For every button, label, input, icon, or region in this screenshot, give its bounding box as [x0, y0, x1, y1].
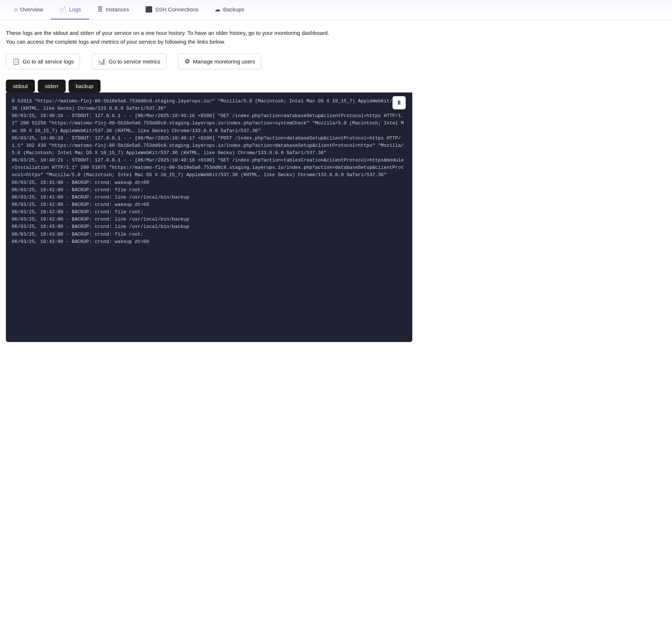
metrics-icon: 📊: [98, 58, 106, 65]
nav-item-ssh-connections[interactable]: ⬛ SSH Connections: [137, 0, 207, 19]
all-logs-label: Go to all service logs: [23, 58, 74, 65]
pause-button[interactable]: ⏸: [392, 96, 406, 109]
nav-label-instances: Instances: [106, 6, 129, 12]
log-controls: stdout stderr backup: [6, 80, 412, 92]
nav-item-backups[interactable]: ☁ Backups: [207, 0, 252, 19]
log-output[interactable]: 0 52813 "https://matomo-flnj-80-5b16e5a6…: [6, 92, 412, 342]
description-line2: You can access the complete logs and met…: [6, 37, 412, 46]
backups-icon: ☁: [215, 6, 220, 13]
stdout-button[interactable]: stdout: [6, 80, 35, 92]
all-logs-icon: 📋: [12, 58, 20, 65]
main-content: These logs are the stdout and stderr of …: [0, 20, 418, 348]
nav-label-logs: Logs: [69, 6, 81, 12]
metrics-label: Go to service metrics: [109, 58, 160, 65]
backup-button[interactable]: backup: [69, 80, 100, 92]
nav-item-logs[interactable]: 📄 Logs: [51, 0, 89, 19]
nav-item-overview[interactable]: ⌂ Overview: [6, 0, 51, 19]
nav-item-instances[interactable]: 🗄 Instances: [89, 0, 137, 19]
home-icon: ⌂: [14, 6, 18, 13]
nav-bar: ⌂ Overview 📄 Logs 🗄 Instances ⬛ SSH Conn…: [0, 0, 672, 20]
stderr-button[interactable]: stderr: [38, 80, 66, 92]
link-all-service-logs[interactable]: 📋 Go to all service logs: [6, 54, 80, 69]
quick-links: 📋 Go to all service logs 📊 Go to service…: [6, 54, 412, 69]
link-service-metrics[interactable]: 📊 Go to service metrics: [92, 54, 167, 69]
logs-icon: 📄: [59, 6, 66, 13]
nav-label-backups: Backups: [223, 6, 244, 12]
monitoring-users-icon: ⚙: [185, 58, 190, 65]
nav-label-ssh: SSH Connections: [155, 6, 198, 12]
log-section: stdout stderr backup ⏸ 0 52813 "https://…: [6, 80, 412, 342]
log-description: These logs are the stdout and stderr of …: [6, 29, 412, 46]
pause-icon: ⏸: [396, 99, 402, 106]
link-monitoring-users[interactable]: ⚙ Manage monitoring users: [178, 54, 261, 69]
log-output-wrapper: ⏸ 0 52813 "https://matomo-flnj-80-5b16e5…: [6, 92, 412, 342]
monitoring-users-label: Manage monitoring users: [193, 58, 255, 65]
ssh-icon: ⬛: [145, 6, 153, 13]
nav-label-overview: Overview: [20, 6, 43, 12]
description-line1: These logs are the stdout and stderr of …: [6, 29, 412, 37]
instances-icon: 🗄: [97, 6, 103, 13]
